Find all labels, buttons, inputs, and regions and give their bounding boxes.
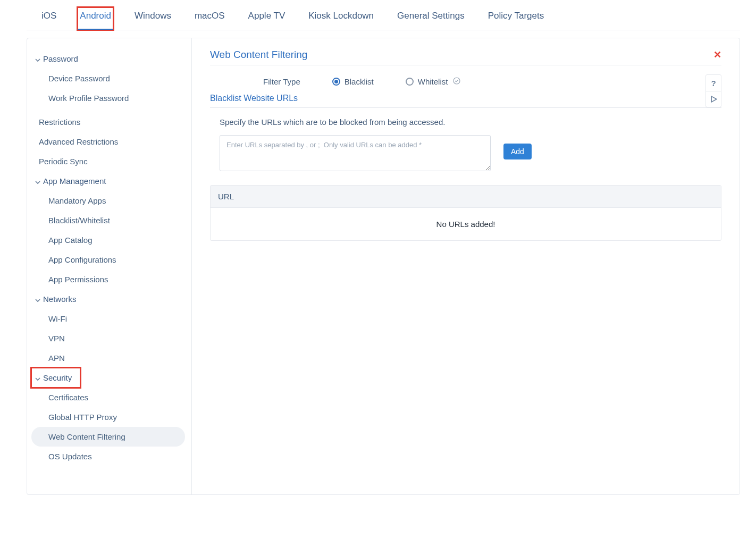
sidebar-item-web-content-filtering[interactable]: Web Content Filtering (31, 427, 185, 447)
chevron-down-icon (35, 178, 41, 184)
verified-icon (453, 77, 460, 86)
main-panel: Web Content Filtering ✕ ? Filter Type Bl… (192, 38, 740, 494)
sidebar-group-label: App Management (43, 176, 106, 186)
filter-type-label: Filter Type (263, 77, 300, 86)
page-title: Web Content Filtering (210, 49, 307, 61)
chevron-down-icon (35, 56, 41, 62)
radio-checked-icon (332, 78, 340, 86)
play-icon[interactable] (706, 91, 721, 107)
sidebar-item-advanced-restrictions[interactable]: Advanced Restrictions (31, 132, 185, 152)
radio-unchecked-icon (406, 78, 414, 86)
url-table-empty-message: No URLs added! (211, 208, 721, 240)
url-column-header: URL (211, 186, 721, 208)
url-table: URL No URLs added! (210, 185, 721, 241)
tab-macos[interactable]: macOS (192, 7, 227, 30)
sidebar-item-apn[interactable]: APN (31, 348, 185, 368)
sidebar-group-security[interactable]: Security (31, 368, 80, 388)
sidebar-item-app-configurations[interactable]: App Configurations (31, 250, 185, 270)
sidebar-item-app-catalog[interactable]: App Catalog (31, 230, 185, 250)
tab-windows[interactable]: Windows (132, 7, 173, 30)
tab-android[interactable]: Android (78, 7, 113, 30)
sidebar-item-work-profile-password[interactable]: Work Profile Password (31, 88, 185, 108)
help-rail: ? (705, 74, 721, 107)
sidebar-item-blacklist-whitelist[interactable]: Blacklist/Whitelist (31, 211, 185, 230)
sidebar-group-label: Networks (43, 295, 77, 304)
tab-policy-targets[interactable]: Policy Targets (486, 7, 547, 30)
chevron-down-icon (35, 375, 41, 381)
tab-apple-tv[interactable]: Apple TV (246, 7, 288, 30)
add-button[interactable]: Add (503, 144, 532, 159)
sidebar-item-restrictions[interactable]: Restrictions (31, 112, 185, 132)
sidebar-item-wifi[interactable]: Wi-Fi (31, 309, 185, 329)
sidebar-item-periodic-sync[interactable]: Periodic Sync (31, 152, 185, 171)
sidebar-item-certificates[interactable]: Certificates (31, 388, 185, 407)
radio-label: Whitelist (418, 77, 448, 86)
tab-ios[interactable]: iOS (39, 7, 58, 30)
sidebar-item-app-permissions[interactable]: App Permissions (31, 270, 185, 289)
blacklist-urls-description: Specify the URLs which are to be blocked… (210, 108, 721, 135)
sidebar-group-password[interactable]: Password (31, 49, 185, 69)
close-icon[interactable]: ✕ (713, 49, 721, 61)
filter-whitelist-radio[interactable]: Whitelist (406, 77, 461, 86)
policy-sidebar: Password Device Password Work Profile Pa… (27, 38, 192, 494)
help-icon[interactable]: ? (706, 75, 721, 91)
sidebar-group-app-management[interactable]: App Management (31, 171, 185, 191)
sidebar-item-mandatory-apps[interactable]: Mandatory Apps (31, 191, 185, 211)
blacklist-urls-heading: Blacklist Website URLs (210, 94, 721, 108)
sidebar-group-networks[interactable]: Networks (31, 289, 185, 309)
sidebar-item-os-updates[interactable]: OS Updates (31, 447, 185, 466)
chevron-down-icon (35, 296, 41, 302)
filter-blacklist-radio[interactable]: Blacklist (332, 77, 374, 86)
tab-general-settings[interactable]: General Settings (395, 7, 467, 30)
sidebar-item-global-http-proxy[interactable]: Global HTTP Proxy (31, 407, 185, 427)
sidebar-group-label: Security (43, 373, 72, 382)
radio-label: Blacklist (345, 77, 374, 86)
svg-point-0 (453, 78, 460, 84)
sidebar-item-device-password[interactable]: Device Password (31, 69, 185, 88)
url-input[interactable] (220, 135, 491, 171)
platform-tabs: iOS Android Windows macOS Apple TV Kiosk… (27, 0, 740, 30)
tab-kiosk-lockdown[interactable]: Kiosk Lockdown (306, 7, 376, 30)
sidebar-group-label: Password (43, 54, 78, 63)
sidebar-item-vpn[interactable]: VPN (31, 329, 185, 348)
